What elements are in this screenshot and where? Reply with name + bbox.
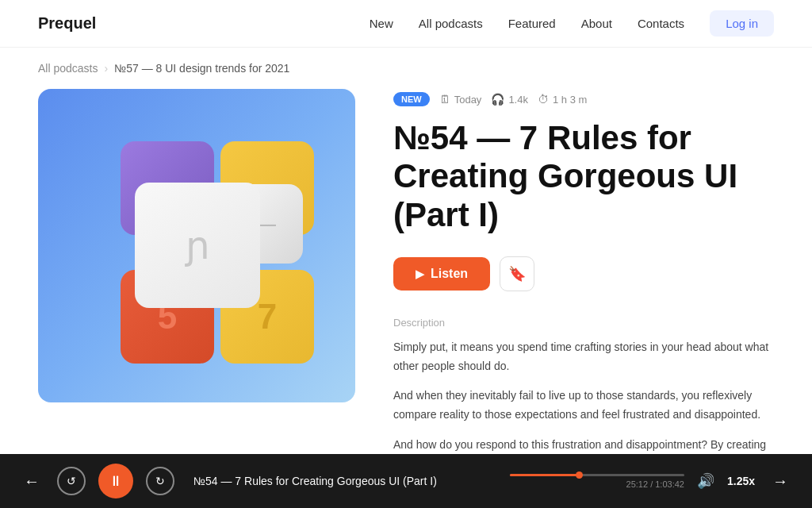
breadcrumb: All podcasts › №57 — 8 UI design trends … — [0, 48, 812, 89]
meta-date-value: Today — [454, 94, 482, 106]
nav-contacts[interactable]: Contacts — [638, 17, 684, 30]
player-current-time: 25:12 — [626, 479, 649, 489]
player-title: №54 — 7 Rules for Creating Gorgeous UI (… — [193, 475, 497, 487]
main-content: ɲ — 5 7 NEW 🗓 Today 🎧 1.4k — [0, 89, 812, 508]
bookmark-icon: 🔖 — [508, 265, 526, 283]
calendar-icon: 🗓 — [439, 93, 450, 106]
description-p1: Simply put, it means you spend time craf… — [393, 338, 774, 376]
nav-featured[interactable]: Featured — [508, 17, 556, 30]
player-speed-button[interactable]: 1.25x — [727, 475, 755, 487]
player-next-button[interactable]: → — [768, 468, 793, 494]
player-prev-button[interactable]: ← — [19, 468, 44, 494]
nav-new[interactable]: New — [370, 17, 393, 30]
podcast-artwork: ɲ — 5 7 — [38, 89, 355, 402]
player-volume-button[interactable]: 🔊 — [697, 472, 714, 490]
play-icon: ▶ — [416, 267, 424, 280]
breadcrumb-current: №57 — 8 UI design trends for 2021 — [114, 62, 289, 75]
player-rewind-button[interactable]: ↺ — [57, 467, 86, 495]
player-total-time: 1:03:42 — [655, 479, 684, 489]
clock-icon: ⏱ — [538, 93, 549, 106]
nav-all-podcasts[interactable]: All podcasts — [419, 17, 483, 30]
meta-date: 🗓 Today — [439, 93, 482, 106]
podcast-info: NEW 🗓 Today 🎧 1.4k ⏱ 1 h 3 m №54 — 7 Rul… — [393, 89, 774, 508]
listen-label: Listen — [431, 267, 468, 281]
cube-n-symbol: ɲ — [186, 223, 210, 267]
meta-duration: ⏱ 1 h 3 m — [538, 93, 587, 106]
breadcrumb-parent[interactable]: All podcasts — [38, 62, 98, 75]
player-forward-button[interactable]: ↻ — [146, 467, 174, 495]
podcast-meta: NEW 🗓 Today 🎧 1.4k ⏱ 1 h 3 m — [393, 92, 774, 106]
cube-number-7: 7 — [258, 297, 277, 337]
logo: Prequel — [38, 14, 96, 33]
listen-button[interactable]: ▶ Listen — [393, 257, 490, 291]
player-progress-fill — [510, 474, 580, 476]
player-time: 25:12 / 1:03:42 — [510, 479, 684, 489]
login-button[interactable]: Log in — [710, 10, 774, 37]
description-label: Description — [393, 317, 774, 329]
meta-duration-value: 1 h 3 m — [553, 94, 587, 106]
cube-white-center: ɲ — [135, 183, 260, 308]
main-nav: New All podcasts Featured About Contacts… — [370, 10, 774, 37]
meta-listeners: 🎧 1.4k — [491, 93, 528, 106]
header: Prequel New All podcasts Featured About … — [0, 0, 812, 48]
podcast-actions: ▶ Listen 🔖 — [393, 256, 774, 291]
player-play-pause-button[interactable]: ⏸ — [98, 464, 133, 498]
player-progress-bar[interactable] — [510, 474, 684, 476]
breadcrumb-separator: › — [104, 62, 108, 75]
new-badge: NEW — [393, 92, 430, 106]
podcast-title: №54 — 7 Rules for Creating Gorgeous UI (… — [393, 119, 774, 234]
meta-listeners-value: 1.4k — [508, 94, 528, 106]
player-progress-area: 25:12 / 1:03:42 — [510, 474, 684, 489]
headphone-icon: 🎧 — [491, 93, 504, 106]
description-p2: And when they inevitably fail to live up… — [393, 387, 774, 425]
bookmark-button[interactable]: 🔖 — [500, 256, 534, 291]
player-bar: ← ↺ ⏸ ↻ №54 — 7 Rules for Creating Gorge… — [0, 454, 812, 508]
nav-about[interactable]: About — [581, 17, 612, 30]
cubes-illustration: ɲ — 5 7 — [86, 135, 308, 357]
